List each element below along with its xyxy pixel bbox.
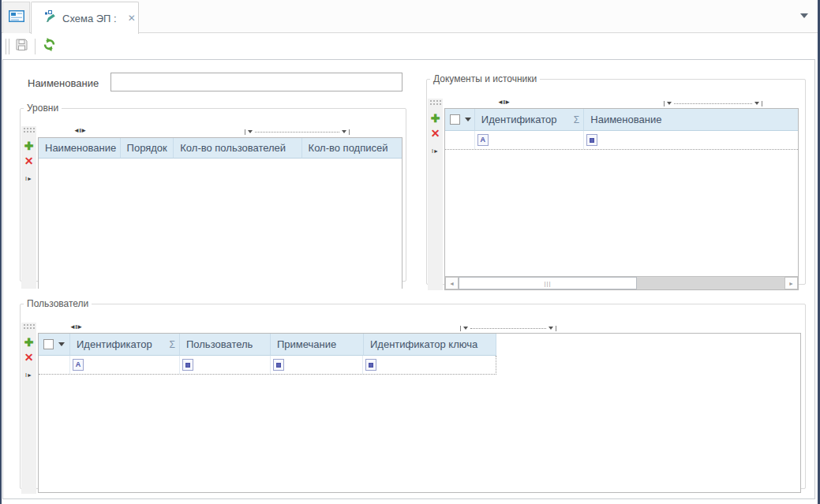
refresh-icon (42, 37, 57, 55)
app-window: Схема ЭП : ✕ (0, 0, 820, 504)
users-grid-body (39, 375, 800, 492)
users-filter-id[interactable]: А (70, 356, 180, 374)
toolbar-separator (35, 39, 36, 54)
sum-icon[interactable]: Σ (170, 339, 175, 350)
users-groupbox: Пользователи ✚ ✕ I► ◄II► (20, 298, 806, 489)
documents-delete-row-button[interactable]: ✕ (431, 128, 440, 139)
text-editor-icon: А (477, 134, 489, 146)
users-col-note[interactable]: Примечание (271, 334, 364, 356)
ruler-arrow-icon (248, 130, 253, 133)
drag-handle-icon[interactable] (23, 323, 35, 330)
documents-filter-row: А (445, 131, 798, 150)
documents-grid: Идентификатор Σ Наименование А ◄ ||| ► (444, 108, 799, 290)
documents-add-row-button[interactable]: ✚ (431, 113, 440, 124)
levels-groupbox: Уровни ✚ ✕ I► ◄II► Наименование Порядок … (20, 103, 406, 282)
users-row-toolbar: ✚ ✕ I► (21, 323, 36, 494)
form-list-icon (9, 10, 24, 25)
tab-close-icon[interactable]: ✕ (128, 13, 136, 23)
column-width-ruler[interactable] (460, 325, 556, 331)
users-col-user[interactable]: Пользователь (180, 334, 271, 356)
drag-handle-icon[interactable] (23, 127, 35, 133)
ruler-dotted-line (255, 132, 339, 133)
scroll-right-button[interactable]: ► (784, 277, 798, 289)
scrollbar-track[interactable] (637, 277, 784, 289)
levels-col-user-count[interactable]: Кол-во пользователей (174, 138, 301, 159)
column-splitter-icon[interactable]: ◄II► (69, 323, 82, 330)
levels-col-name[interactable]: Наименование (39, 138, 121, 159)
scroll-left-button[interactable]: ◄ (445, 277, 459, 289)
documents-legend: Документы и источники (430, 73, 540, 84)
users-grid-top-strip: ◄II► (38, 323, 801, 334)
levels-grid-header: Наименование Порядок Кол-во пользователе… (39, 138, 402, 159)
select-all-checkbox[interactable] (43, 339, 54, 349)
checkbox-dropdown-icon[interactable] (58, 342, 65, 346)
documents-filter-select (445, 131, 475, 149)
users-col-key-id[interactable]: Идентификатор ключа (364, 334, 496, 356)
levels-grid-body (39, 159, 402, 289)
levels-delete-row-button[interactable]: ✕ (24, 155, 34, 166)
ruler-end-bar (460, 326, 461, 331)
tab-title: Схема ЭП : (62, 13, 117, 24)
users-add-row-button[interactable]: ✚ (24, 337, 34, 348)
users-grid-header: Идентификатор Σ Пользователь Примечание … (39, 334, 496, 356)
column-width-ruler[interactable] (664, 100, 762, 106)
users-filter-key-id[interactable] (363, 356, 496, 374)
ruler-arrow-icon (667, 102, 672, 105)
documents-col-id[interactable]: Идентификатор Σ (475, 109, 584, 131)
main-toolbar (2, 34, 818, 59)
save-button[interactable] (13, 38, 30, 54)
levels-add-row-button[interactable]: ✚ (24, 140, 34, 151)
ruler-dotted-line (470, 328, 546, 329)
ruler-end-bar (664, 101, 665, 106)
users-col-id[interactable]: Идентификатор Σ (70, 334, 180, 356)
documents-horizontal-scrollbar: ◄ ||| ► (445, 276, 798, 289)
column-splitter-icon[interactable]: ◄II► (73, 127, 86, 134)
levels-expand-toolbar-icon[interactable]: I► (25, 176, 32, 181)
documents-col-select (445, 109, 475, 131)
levels-legend: Уровни (24, 103, 62, 114)
drag-handle-icon[interactable] (429, 99, 441, 106)
tab-schema-ep[interactable]: Схема ЭП : ✕ (31, 2, 139, 34)
ruler-arrow-icon (342, 130, 346, 133)
checkbox-dropdown-icon[interactable] (465, 118, 471, 121)
ruler-arrow-icon (463, 327, 468, 330)
users-expand-toolbar-icon[interactable]: I► (25, 372, 32, 378)
users-filter-row: А (39, 356, 496, 375)
users-delete-row-button[interactable]: ✕ (24, 352, 34, 363)
toolbar-grip[interactable] (6, 39, 9, 54)
name-field-label: Наименование (28, 77, 99, 89)
users-filter-select (39, 356, 70, 374)
text-editor-icon: А (73, 359, 84, 371)
lookup-editor-icon (365, 359, 376, 371)
ruler-end-bar (556, 326, 556, 331)
users-filter-user[interactable] (180, 356, 271, 374)
documents-grid-body (445, 150, 798, 276)
ruler-end-bar (762, 101, 762, 106)
select-all-checkbox[interactable] (450, 114, 460, 125)
lookup-editor-icon (586, 134, 597, 146)
documents-col-name[interactable]: Наименование (584, 109, 798, 131)
documents-filter-id[interactable]: А (475, 131, 584, 149)
schema-signature-icon (44, 10, 57, 26)
levels-col-signature-count[interactable]: Кол-во подписей (302, 138, 402, 159)
lookup-editor-icon (182, 359, 193, 371)
home-tab[interactable] (2, 2, 30, 33)
documents-expand-toolbar-icon[interactable]: I► (432, 148, 439, 154)
users-grid: Идентификатор Σ Пользователь Примечание … (38, 333, 801, 493)
column-splitter-icon[interactable]: ◄II► (497, 99, 510, 106)
window-left-border (0, 0, 2, 504)
documents-filter-name[interactable] (584, 131, 798, 149)
levels-grid: Наименование Порядок Кол-во пользователе… (38, 137, 403, 289)
levels-col-order[interactable]: Порядок (121, 138, 174, 159)
sum-icon[interactable]: Σ (574, 114, 579, 125)
tab-overflow-dropdown-icon[interactable] (800, 13, 808, 18)
scrollbar-thumb[interactable]: ||| (459, 277, 637, 289)
column-title: Идентификатор (77, 338, 152, 350)
refresh-button[interactable] (41, 38, 58, 54)
users-col-select (39, 334, 70, 356)
name-input[interactable] (110, 73, 403, 91)
column-width-ruler[interactable] (245, 129, 350, 135)
users-legend: Пользователи (24, 298, 92, 309)
users-filter-note[interactable] (271, 356, 364, 374)
ruler-end-bar (245, 129, 245, 135)
